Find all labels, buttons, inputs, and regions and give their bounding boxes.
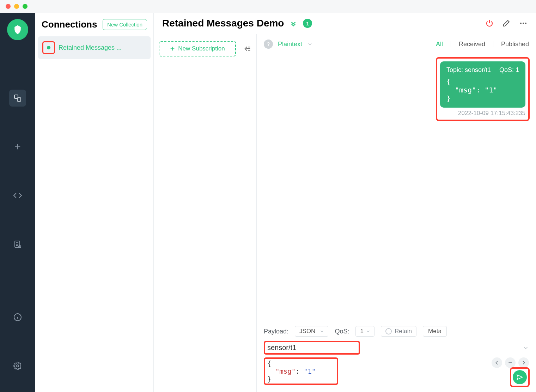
connections-nav-icon[interactable] [9,90,26,107]
divider [451,41,451,47]
new-subscription-label: New Subscription [178,45,225,52]
connections-title: Connections [42,19,97,30]
retain-label: Retain [395,328,412,335]
payload-label: Payload: [264,328,288,335]
new-subscription-button[interactable]: New Subscription [159,41,236,56]
topic-input[interactable] [267,344,357,352]
tab-received[interactable]: Received [459,41,485,48]
nav-rail [0,13,35,392]
page-title: Retained Messages Demo [162,18,284,29]
connection-item-label: Retained Messages ... [59,44,122,52]
subscriptions-panel: New Subscription [154,34,257,392]
history-collapse-button[interactable] [505,357,516,368]
expand-payload-icon[interactable] [523,345,529,351]
payload-format-label[interactable]: Plaintext [278,41,302,48]
add-nav-icon[interactable] [9,138,26,155]
payload-highlight: { "msg": "1" } [264,357,338,385]
connection-item[interactable]: Retained Messages ... [38,36,151,59]
chevron-down-icon [319,329,324,334]
svg-point-8 [525,23,526,24]
message-topic: Topic: sensor/t1 [446,66,491,74]
history-prev-button[interactable] [492,357,502,368]
chevron-down-icon [366,329,371,334]
message-body: { "msg": "1" } [446,77,519,103]
scripts-nav-icon[interactable] [9,187,26,204]
retain-radio-icon [385,328,392,334]
svg-point-6 [520,23,522,24]
collapse-subs-icon[interactable] [244,45,251,53]
message-highlight: Topic: sensor/t1 QoS: 1 { "msg": "1" } 2… [436,57,530,121]
qos-value: 1 [360,328,363,335]
edit-button-icon[interactable] [502,19,511,28]
status-dot-icon [42,41,55,54]
info-nav-icon[interactable] [9,309,26,326]
maximize-window-icon[interactable] [23,4,28,9]
svg-point-5 [17,365,19,367]
payload-format-value: JSON [299,328,315,335]
meta-button[interactable]: Meta [423,326,447,337]
svg-point-7 [523,23,524,24]
connection-header: Retained Messages Demo 1 [154,13,536,34]
tab-all[interactable]: All [436,41,443,48]
history-next-button[interactable] [518,357,529,368]
expand-connection-icon[interactable] [290,19,297,27]
message-timestamp: 2022-10-09 17:15:43:235 [440,110,525,117]
published-message-card: Topic: sensor/t1 QoS: 1 { "msg": "1" } [440,61,525,108]
messages-panel: ? Plaintext All Received Published [257,34,536,392]
message-qos: QoS: 1 [499,66,519,74]
more-menu-icon[interactable] [519,19,528,28]
retain-toggle[interactable]: Retain [381,326,416,337]
divider [493,41,493,47]
minimize-window-icon[interactable] [14,4,19,9]
chevron-down-icon[interactable] [307,41,313,47]
logs-nav-icon[interactable] [9,236,26,253]
qos-select[interactable]: 1 [355,326,374,337]
tab-published[interactable]: Published [501,41,529,48]
send-button[interactable] [513,370,527,384]
payload-format-select[interactable]: JSON [295,326,328,337]
help-icon[interactable]: ? [264,40,273,49]
new-collection-button[interactable]: New Collection [103,19,147,30]
window-titlebar [0,0,536,13]
connections-panel: Connections New Collection Retained Mess… [35,13,154,392]
qos-label: QoS: [335,328,349,335]
close-window-icon[interactable] [6,4,11,9]
send-highlight [510,367,530,387]
disconnect-button-icon[interactable] [485,19,494,28]
unread-badge: 1 [303,19,312,28]
topic-highlight [264,341,360,355]
app-logo [7,19,28,40]
settings-nav-icon[interactable] [9,357,26,374]
payload-editor[interactable]: { "msg": "1" } [267,360,316,383]
publish-panel: Payload: JSON QoS: 1 [257,321,536,392]
